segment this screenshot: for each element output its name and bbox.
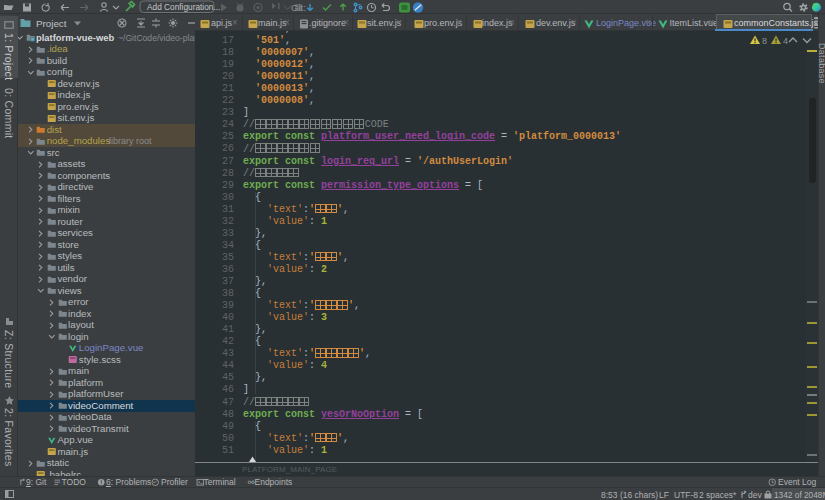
svg-text:8: 8 (762, 35, 767, 45)
svg-text:Add Configuration...: Add Configuration... (147, 2, 220, 12)
svg-text:Project: Project (36, 18, 67, 29)
svg-text:4: 4 (783, 35, 788, 45)
svg-text:Git:: Git: (291, 2, 306, 13)
